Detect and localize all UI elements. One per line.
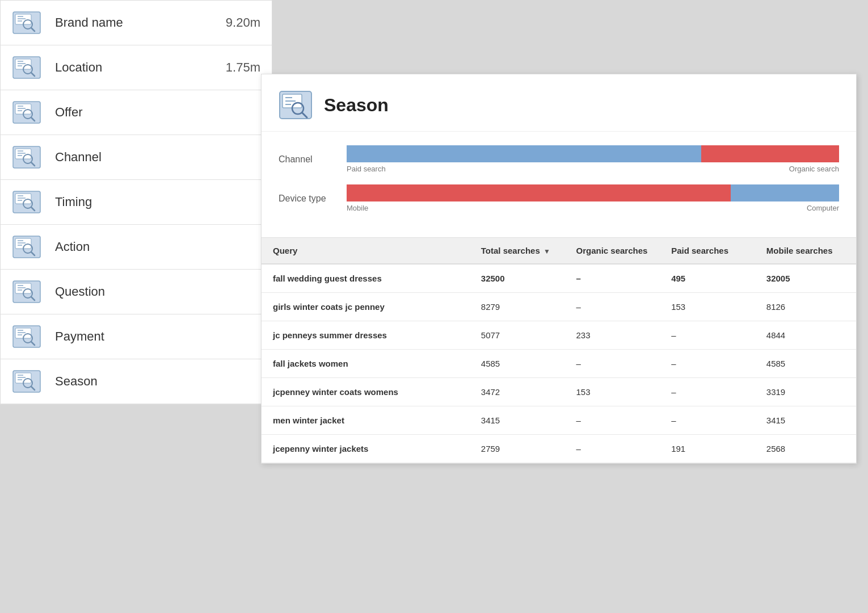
cell-mobile: 2568 — [755, 435, 856, 463]
cell-organic: – — [564, 435, 660, 463]
cell-query: jcepenny winter jackets — [262, 435, 470, 463]
device-mobile-label: Mobile — [347, 204, 368, 212]
channel-chart-label: Channel — [279, 154, 347, 165]
cell-query: jcpenney winter coats womens — [262, 378, 470, 406]
cell-paid: 153 — [660, 293, 755, 321]
detail-title: Season — [324, 95, 389, 116]
device-bar-container: Mobile Computer — [347, 184, 839, 212]
cell-paid: 495 — [660, 264, 755, 293]
cell-mobile: 32005 — [755, 264, 856, 293]
col-header-organic[interactable]: Organic searches — [564, 238, 660, 264]
brand-name-value: 9.20m — [226, 15, 260, 30]
channel-bar-track — [347, 145, 839, 162]
question-icon — [12, 280, 41, 304]
col-header-paid[interactable]: Paid searches — [660, 238, 755, 264]
cell-organic: 153 — [564, 378, 660, 406]
brand-name-icon — [12, 11, 41, 35]
cell-total: 4585 — [470, 350, 565, 378]
col-header-total[interactable]: Total searches ▼ — [470, 238, 565, 264]
season-icon — [12, 370, 41, 393]
location-value: 1.75m — [226, 60, 260, 75]
device-bar-track — [347, 184, 839, 201]
location-icon — [12, 56, 41, 79]
channel-organic-label: Organic search — [789, 165, 839, 173]
action-icon — [12, 235, 41, 259]
device-chart-row: Device type Mobile Computer — [279, 184, 839, 212]
sidebar-item-question[interactable]: Question — [1, 270, 272, 314]
left-panel: Brand name 9.20m Location 1.75m — [0, 0, 272, 405]
col-header-query[interactable]: Query — [262, 238, 470, 264]
cell-query: fall jackets women — [262, 350, 470, 378]
device-chart-label: Device type — [279, 194, 347, 204]
charts-section: Channel Paid search Organic search Devic… — [262, 132, 856, 238]
channel-bar-labels: Paid search Organic search — [347, 165, 839, 173]
season-label: Season — [55, 374, 98, 389]
cell-total: 3472 — [470, 378, 565, 406]
sidebar-item-location[interactable]: Location 1.75m — [1, 45, 272, 90]
channel-paid-label: Paid search — [347, 165, 386, 173]
question-label: Question — [55, 284, 105, 299]
device-mobile-bar — [347, 184, 731, 201]
action-label: Action — [55, 240, 90, 254]
queries-table-section: Query Total searches ▼ Organic searches … — [262, 238, 856, 463]
queries-table: Query Total searches ▼ Organic searches … — [262, 238, 856, 463]
cell-query: girls winter coats jc penney — [262, 293, 470, 321]
cell-query: men winter jacket — [262, 406, 470, 435]
table-body: fall wedding guest dresses 32500 – 495 3… — [262, 264, 856, 463]
cell-paid: – — [660, 321, 755, 350]
timing-label: Timing — [55, 195, 92, 209]
cell-organic: – — [564, 264, 660, 293]
offer-icon — [12, 100, 41, 124]
detail-panel: Season Channel Paid search Organic searc… — [261, 74, 857, 464]
cell-paid: – — [660, 406, 755, 435]
timing-icon — [12, 190, 41, 214]
sidebar-item-season[interactable]: Season — [1, 359, 272, 404]
cell-query: jc penneys summer dresses — [262, 321, 470, 350]
sidebar-item-channel[interactable]: Channel — [1, 135, 272, 180]
cell-paid: 191 — [660, 435, 755, 463]
table-row: girls winter coats jc penney 8279 – 153 … — [262, 293, 856, 321]
col-header-mobile[interactable]: Mobile searches — [755, 238, 856, 264]
table-row: fall jackets women 4585 – – 4585 — [262, 350, 856, 378]
cell-total: 8279 — [470, 293, 565, 321]
cell-mobile: 8126 — [755, 293, 856, 321]
device-computer-bar — [731, 184, 839, 201]
brand-name-label: Brand name — [55, 15, 123, 30]
table-row: jcpenney winter coats womens 3472 153 – … — [262, 378, 856, 406]
cell-organic: – — [564, 293, 660, 321]
channel-bar-container: Paid search Organic search — [347, 145, 839, 173]
sidebar-item-offer[interactable]: Offer — [1, 90, 272, 135]
cell-organic: – — [564, 406, 660, 435]
channel-chart-row: Channel Paid search Organic search — [279, 145, 839, 173]
channel-organic-bar — [701, 145, 839, 162]
sidebar-item-timing[interactable]: Timing — [1, 180, 272, 225]
sidebar-item-payment[interactable]: Payment — [1, 314, 272, 359]
cell-organic: – — [564, 350, 660, 378]
table-row: jc penneys summer dresses 5077 233 – 484… — [262, 321, 856, 350]
location-label: Location — [55, 60, 102, 75]
detail-header: Season — [262, 74, 856, 132]
cell-paid: – — [660, 378, 755, 406]
table-row: men winter jacket 3415 – – 3415 — [262, 406, 856, 435]
cell-total: 3415 — [470, 406, 565, 435]
cell-total: 5077 — [470, 321, 565, 350]
offer-label: Offer — [55, 105, 83, 120]
cell-organic: 233 — [564, 321, 660, 350]
table-row: jcepenny winter jackets 2759 – 191 2568 — [262, 435, 856, 463]
payment-icon — [12, 325, 41, 349]
cell-total: 2759 — [470, 435, 565, 463]
cell-query: fall wedding guest dresses — [262, 264, 470, 293]
device-bar-labels: Mobile Computer — [347, 204, 839, 212]
channel-paid-bar — [347, 145, 701, 162]
cell-mobile: 3415 — [755, 406, 856, 435]
table-header-row: Query Total searches ▼ Organic searches … — [262, 238, 856, 264]
payment-label: Payment — [55, 329, 104, 344]
sidebar-item-action[interactable]: Action — [1, 225, 272, 270]
channel-label: Channel — [55, 150, 102, 165]
device-computer-label: Computer — [807, 204, 839, 212]
channel-icon — [12, 145, 41, 169]
detail-header-icon — [279, 90, 313, 120]
cell-mobile: 3319 — [755, 378, 856, 406]
cell-mobile: 4844 — [755, 321, 856, 350]
sidebar-item-brand-name[interactable]: Brand name 9.20m — [1, 1, 272, 45]
